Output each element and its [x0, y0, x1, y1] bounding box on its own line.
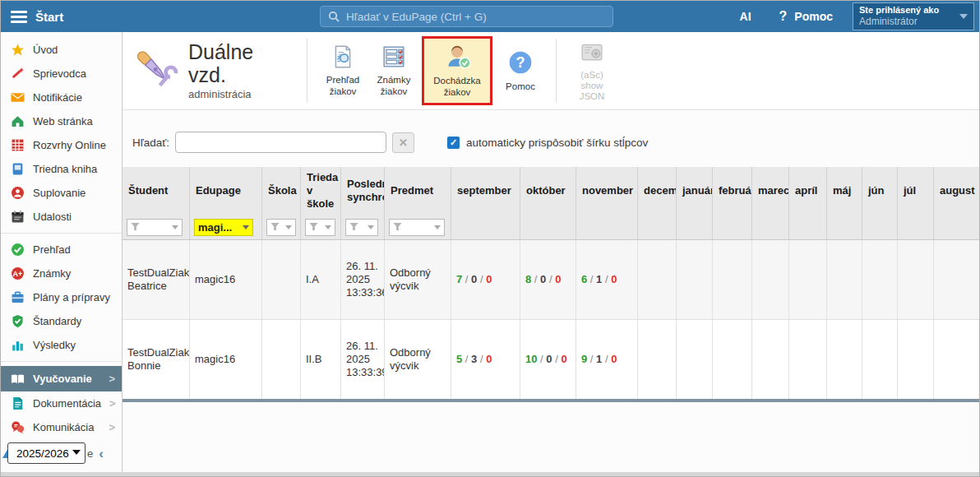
chevron-down-icon: [434, 225, 441, 229]
filter-cell-predmet: [385, 215, 451, 239]
column-header-maj[interactable]: máj: [827, 167, 862, 215]
sidebar-item-pl-ny-a-pr-pravy[interactable]: Plány a prípravy: [1, 285, 122, 309]
attendance-value: 5 / 3 / 0: [456, 353, 492, 366]
sidebar-item-label: Dokumentácia: [33, 397, 101, 410]
column-header-august[interactable]: august: [934, 167, 980, 215]
attendance-value: 8 / 0 / 0: [525, 273, 561, 286]
table-header-row: ŠtudentEdupageŠkolaTrieda v školePosledn…: [122, 167, 979, 215]
sidebar-item-udalosti[interactable]: Udalosti: [1, 205, 122, 229]
filter-cell-september: [451, 215, 520, 239]
table-search-input[interactable]: [175, 132, 386, 153]
table-row[interactable]: TestDualZiak Beatricemagic16I.A26. 11. 2…: [122, 240, 979, 320]
filter-cell-student: [122, 215, 190, 239]
column-filter-trieda[interactable]: [305, 219, 335, 236]
column-filter-student[interactable]: [127, 219, 183, 236]
sidebar-item-v-sledky[interactable]: Výsledky: [1, 333, 122, 357]
hamburger-menu-icon[interactable]: [11, 11, 27, 23]
cell-september: 7 / 0 / 0: [451, 240, 520, 319]
content: Hľadať: ✕ ✓ automaticky prispôsobiť šírk…: [122, 110, 979, 476]
sidebar-item-komunik-cia[interactable]: Komunikácia>: [1, 415, 122, 439]
column-header-student[interactable]: Študent: [122, 167, 190, 215]
filter-cell-marec: [752, 215, 789, 239]
chevron-down-icon: [243, 225, 249, 229]
sidebar-item-label: Suplovanie: [33, 187, 86, 199]
column-header-predmet[interactable]: Predmet: [385, 167, 451, 215]
open-book-icon: [11, 372, 25, 386]
column-header-label: apríl: [795, 184, 817, 197]
book-icon: [11, 162, 25, 176]
cell-predmet: Odborný výcvik: [385, 240, 451, 319]
sidebar-item-zn-mky[interactable]: A+Známky: [1, 262, 122, 285]
column-header-jun[interactable]: jún: [862, 167, 898, 215]
cell-januar: [677, 240, 713, 319]
sidebar-item-dokument-cia[interactable]: Dokumentácia>: [1, 391, 122, 415]
sidebar-item-web-str-nka[interactable]: Web stránka: [1, 109, 122, 133]
sidebar-item-rozvrhy-online[interactable]: Rozvrhy Online: [1, 133, 122, 157]
column-header-label: marec: [758, 184, 789, 197]
column-filter-predmet[interactable]: [389, 219, 445, 236]
sidebar-item--tandardy[interactable]: Štandardy: [1, 309, 122, 333]
column-header-januar[interactable]: január: [677, 167, 713, 215]
column-header-december[interactable]: december: [638, 167, 677, 215]
pomoc-button[interactable]: ?Pomoc: [497, 45, 543, 96]
column-header-februar[interactable]: február: [713, 167, 752, 215]
column-header-trieda[interactable]: Trieda v škole: [301, 167, 341, 215]
sidebar-item-sprievodca[interactable]: Sprievodca: [1, 62, 122, 86]
filter-cell-februar: [713, 215, 752, 239]
prehlad-ziakov-button[interactable]: Prehľad žiakov: [320, 40, 366, 101]
funnel-icon: [131, 221, 140, 234]
global-search-input[interactable]: Hľadať v EduPage (Ctrl + G): [320, 6, 613, 27]
dochadzka-ziakov-button[interactable]: Dochádzka žiakov: [422, 36, 492, 105]
sidebar-collapse-button[interactable]: ‹: [99, 447, 104, 461]
column-header-synchro[interactable]: Posledná synchronizácia: [341, 167, 385, 215]
account-menu[interactable]: Ste prihlásený ako Administrátor: [853, 2, 974, 30]
sidebar-item-notifik-cie[interactable]: Notifikácie: [1, 86, 122, 109]
page-bottom-strip: [1, 472, 979, 476]
cell-edupage: magic16: [190, 320, 262, 399]
students-attendance-icon: [443, 44, 471, 72]
column-header-april[interactable]: apríl: [789, 167, 827, 215]
sidebar-item-preh-ad[interactable]: Prehľad: [1, 238, 122, 262]
help-button[interactable]: Pomoc: [794, 10, 833, 23]
sidebar-item--vod[interactable]: Úvod: [1, 38, 122, 62]
column-header-september[interactable]: september: [451, 167, 520, 215]
sidebar-item-label: Štandardy: [33, 315, 81, 327]
column-header-skola[interactable]: Škola: [262, 167, 301, 215]
column-header-oktober[interactable]: október: [520, 167, 576, 215]
cell-april: [789, 240, 827, 319]
column-header-marec[interactable]: marec: [752, 167, 789, 215]
funnel-icon: [393, 221, 402, 234]
sidebar-item-triedna-kniha[interactable]: Triedna kniha: [1, 157, 122, 181]
column-header-jul[interactable]: júl: [898, 167, 934, 215]
edupage-window: Štart Hľadať v EduPage (Ctrl + G) AI ? P…: [0, 0, 980, 477]
cell-text: TestDualZiak Beatrice: [127, 266, 189, 294]
column-header-edupage[interactable]: Edupage: [190, 167, 262, 215]
column-filter-edupage[interactable]: magi...: [194, 219, 253, 236]
sidebar-item-suplovanie[interactable]: Suplovanie: [1, 181, 122, 205]
students-grades-icon: [381, 44, 406, 72]
column-header-november[interactable]: november: [576, 167, 638, 215]
clear-search-button[interactable]: ✕: [392, 132, 414, 153]
ai-button[interactable]: AI: [740, 10, 751, 23]
column-filter-synchro[interactable]: [345, 219, 378, 236]
svg-text:?: ?: [515, 54, 525, 71]
column-header-label: jún: [868, 184, 885, 197]
school-year-select[interactable]: 2025/2026: [7, 442, 86, 464]
funnel-icon: [270, 221, 280, 234]
column-filter-skola[interactable]: [266, 219, 296, 236]
sidebar-separator: [1, 361, 122, 362]
sidebar-item-label: Notifikácie: [33, 91, 82, 104]
help-question-icon[interactable]: ?: [779, 9, 788, 24]
filter-cell-august: [934, 215, 980, 239]
sidebar-item-vyu-ovanie[interactable]: Vyučovanie>: [1, 366, 122, 391]
sidebar-item-label: Web stránka: [33, 115, 93, 127]
auto-width-checkbox[interactable]: ✓: [447, 137, 460, 149]
start-button[interactable]: Štart: [35, 10, 63, 24]
znamky-ziakov-button[interactable]: Známky žiakov: [371, 40, 417, 101]
cell-september: 5 / 3 / 0: [451, 320, 520, 399]
sidebar-separator: [1, 233, 122, 234]
cell-text: magic16: [195, 273, 235, 286]
chevron-down-icon: [285, 225, 292, 229]
table-row[interactable]: TestDualZiak Bonniemagic16II.B26. 11. 20…: [122, 320, 979, 399]
check-circle-icon: [11, 243, 25, 257]
